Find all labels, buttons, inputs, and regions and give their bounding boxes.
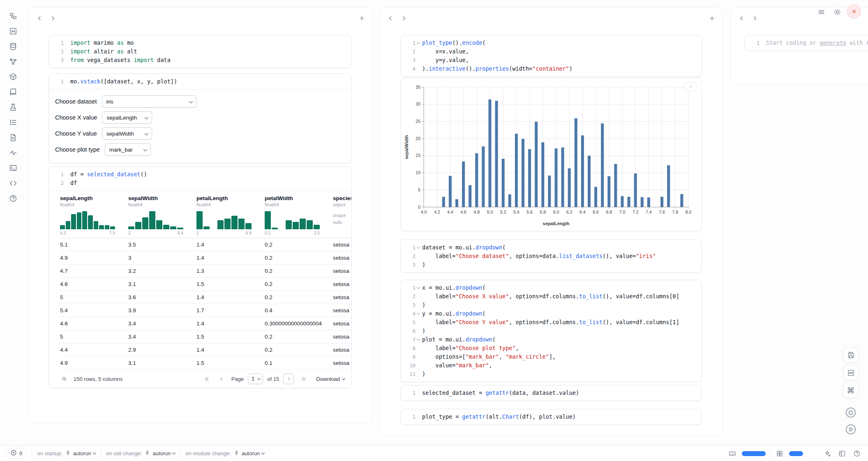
dataframe-code-editor[interactable]: 1df = selected_dataset()2df [49, 167, 351, 191]
plot-expression-code-editor[interactable]: 1plot_type().encode(2 x=x.value,3 y=y.va… [401, 35, 702, 76]
add-cell-button[interactable] [356, 13, 367, 23]
on-module-change-autorun-button[interactable]: autorun [234, 450, 264, 457]
code-line[interactable]: 10 value="mark_bar", [405, 361, 697, 370]
help-panel-button[interactable] [7, 193, 19, 204]
choose-plot-type-select[interactable]: mark_bar [105, 143, 151, 156]
download-button[interactable]: Download [316, 376, 345, 382]
column-left-button[interactable] [385, 13, 396, 23]
last-page-button[interactable] [298, 373, 309, 384]
on-module-change-label: on module change: [185, 450, 231, 456]
experiments-panel-button[interactable] [7, 102, 19, 113]
selected-dataset-code-editor[interactable]: 1selected_dataset = getattr(data, datase… [401, 385, 702, 401]
code-line[interactable]: 3from vega_datasets import data [53, 56, 347, 65]
code-line[interactable]: 3) [405, 301, 697, 309]
next-page-button[interactable] [283, 373, 294, 384]
column-header-sepalWidth[interactable]: sepalWidthfloat6424.4 [128, 191, 196, 238]
code-line[interactable]: 2 label="Choose X value", options=df.col… [405, 292, 697, 301]
first-page-button[interactable] [202, 373, 212, 384]
close-panel-icon[interactable] [847, 5, 861, 18]
code-line[interactable]: 1plot_type = getattr(alt.Chart(df), plot… [405, 413, 697, 421]
choose-x-value-select[interactable]: sepalLength [102, 111, 152, 124]
choose-y-value-select[interactable]: sepalWidth [102, 127, 152, 140]
code-line[interactable]: 1selected_dataset = getattr(data, datase… [405, 389, 697, 397]
settings-gear-icon[interactable] [832, 7, 843, 17]
command-palette-icon[interactable]: ⌘ [843, 383, 859, 398]
stop-icon[interactable] [844, 406, 858, 420]
column-right-button[interactable] [749, 13, 760, 23]
code-line[interactable]: 1x = mo.ui.dropdown( [405, 284, 697, 292]
altair-bar-chart[interactable]: 4.04.24.44.64.85.05.25.45.65.86.06.26.46… [401, 78, 702, 231]
code-line[interactable]: 1df = selected_dataset() [53, 170, 347, 179]
chart-drag-handle[interactable] [684, 82, 697, 91]
fold-chevron-icon[interactable] [416, 309, 422, 318]
generate-with-ai-link[interactable]: generate [820, 39, 846, 46]
help-icon[interactable] [852, 448, 862, 459]
packages-panel-button[interactable] [7, 71, 19, 82]
column-right-button[interactable] [47, 13, 58, 23]
fold-chevron-icon[interactable] [416, 39, 422, 47]
notebook-file-panel-button[interactable] [7, 26, 19, 37]
code-line[interactable]: 4y = mo.ui.dropdown( [405, 309, 697, 318]
code-line[interactable]: 5 label="Choose Y value", options=df.col… [405, 318, 697, 327]
grid-view-icon[interactable] [774, 448, 785, 459]
add-cell-button[interactable] [706, 13, 717, 23]
code-line[interactable]: 8 label="Choose plot type", [405, 344, 697, 353]
menu-icon[interactable] [816, 7, 826, 17]
code-line[interactable]: 9 options=["mark_bar", "mark_circle"], [405, 353, 697, 361]
code-line[interactable]: 1mo.vstack([dataset, x, y, plot]) [53, 77, 347, 86]
on-startup-autorun-button[interactable]: autorun [65, 450, 96, 457]
scratch-code-editor[interactable]: 1 Start coding or generate with AI [745, 35, 868, 51]
code-line[interactable]: 1dataset = mo.ui.dropdown( [405, 243, 697, 252]
fold-chevron-icon[interactable] [416, 335, 422, 344]
workspace-files-panel-button[interactable] [7, 11, 19, 21]
code-line[interactable]: 2import altair as alt [53, 47, 347, 56]
plot-type-code-editor[interactable]: 1plot_type = getattr(alt.Chart(df), plot… [401, 409, 702, 424]
dropdowns-code-editor[interactable]: 1x = mo.ui.dropdown(2 label="Choose X va… [401, 280, 702, 382]
code-line[interactable]: 2 label="Choose dataset", options=data.l… [405, 252, 697, 260]
column-header-petalWidth[interactable]: petalWidthfloat640.12.5 [265, 191, 333, 238]
page-select[interactable]: 1 [248, 373, 263, 384]
code-line[interactable]: 3 y=y.value, [405, 56, 697, 65]
save-icon[interactable] [843, 347, 859, 363]
code-line[interactable]: 3) [405, 260, 697, 269]
prev-page-button[interactable] [217, 373, 227, 384]
snippets-panel-button[interactable] [7, 178, 19, 189]
fold-chevron-icon[interactable] [416, 284, 422, 292]
column-left-button[interactable] [34, 13, 45, 23]
code-line[interactable]: 7plot = mo.ui.dropdown( [405, 335, 697, 344]
code-line[interactable]: 11) [405, 370, 697, 378]
outline-panel-button[interactable] [7, 117, 19, 128]
column-header-species[interactable]: speciesobjectuniquenulls: [333, 191, 352, 238]
tracing-panel-button[interactable] [7, 148, 19, 158]
layout-panels-icon[interactable] [837, 448, 847, 459]
table-search-button[interactable] [59, 373, 69, 384]
terminal-panel-button[interactable] [7, 163, 19, 173]
dataset-code-editor[interactable]: 1dataset = mo.ui.dropdown(2 label="Choos… [401, 240, 702, 272]
code-line[interactable]: 2df [53, 179, 347, 187]
code-line[interactable]: 2 x=x.value, [405, 47, 697, 56]
fold-chevron-icon[interactable] [416, 243, 422, 252]
data-sources-panel-button[interactable] [7, 41, 19, 52]
errors-button[interactable]: 0 [6, 448, 27, 459]
code-line[interactable]: 1plot_type().encode( [405, 39, 697, 47]
column-left-button[interactable] [736, 13, 747, 23]
column-header-petalLength[interactable]: petalLengthfloat6416.9 [196, 191, 265, 238]
layout-rows-icon[interactable] [843, 365, 859, 380]
choose-dataset-select[interactable]: iris [102, 95, 196, 108]
run-icon[interactable] [844, 422, 858, 436]
dependency-graph-panel-button[interactable] [7, 56, 19, 67]
vstack-code-editor[interactable]: 1mo.vstack([dataset, x, y, plot]) [49, 74, 351, 89]
file-contents-panel-button[interactable] [7, 132, 19, 143]
secondary-toggle[interactable] [789, 451, 803, 456]
code-line[interactable]: 4).interactive().properties(width="conta… [405, 65, 697, 73]
keyboard-icon[interactable] [727, 448, 738, 459]
documentation-panel-button[interactable] [7, 87, 19, 97]
code-line[interactable]: 1import marimo as mo [53, 39, 347, 47]
column-right-button[interactable] [398, 13, 409, 23]
code-line[interactable]: 6) [405, 327, 697, 335]
column-header-sepalLength[interactable]: sepalLengthfloat644.37.9 [60, 191, 128, 238]
primary-toggle[interactable] [742, 451, 766, 456]
on-cell-change-autorun-button[interactable]: autorun [145, 450, 175, 457]
ai-sparkle-icon[interactable] [822, 448, 833, 459]
imports-code-editor[interactable]: 1import marimo as mo2import altair as al… [49, 35, 351, 68]
